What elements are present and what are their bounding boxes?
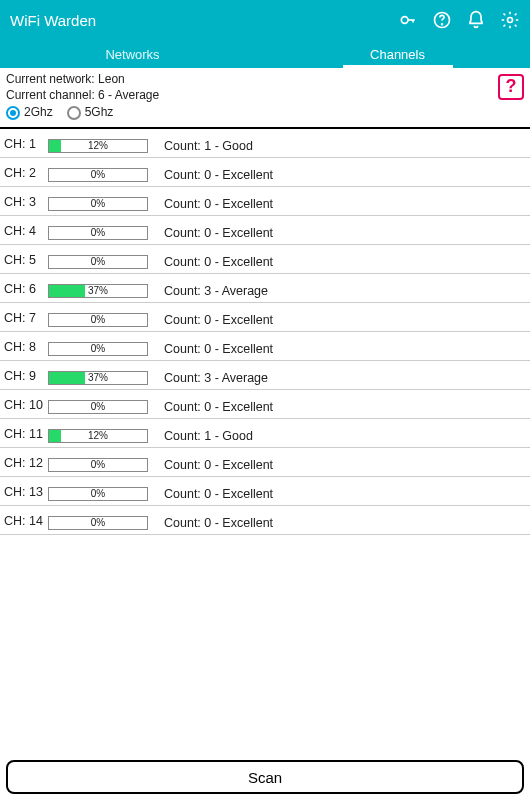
usage-percent-label: 0% bbox=[49, 517, 147, 529]
channel-count-label: Count: 0 - Excellent bbox=[156, 307, 528, 327]
channel-label: CH: 1 bbox=[4, 135, 48, 151]
channel-row[interactable]: CH: 140%Count: 0 - Excellent bbox=[0, 506, 530, 535]
usage-percent-label: 0% bbox=[49, 169, 147, 181]
usage-bar: 0% bbox=[48, 197, 148, 211]
channel-row[interactable]: CH: 100%Count: 0 - Excellent bbox=[0, 390, 530, 419]
usage-bar: 0% bbox=[48, 487, 148, 501]
usage-bar: 12% bbox=[48, 429, 148, 443]
usage-bar: 37% bbox=[48, 284, 148, 298]
channel-label: CH: 2 bbox=[4, 164, 48, 180]
help-icon[interactable] bbox=[432, 10, 452, 30]
channel-row[interactable]: CH: 80%Count: 0 - Excellent bbox=[0, 332, 530, 361]
channel-row[interactable]: CH: 112%Count: 1 - Good bbox=[0, 129, 530, 158]
channel-count-label: Count: 0 - Excellent bbox=[156, 510, 528, 530]
radio-2ghz-label: 2Ghz bbox=[24, 105, 53, 121]
channel-label: CH: 13 bbox=[4, 483, 48, 499]
channel-count-label: Count: 0 - Excellent bbox=[156, 394, 528, 414]
usage-bar: 0% bbox=[48, 255, 148, 269]
channel-count-label: Count: 1 - Good bbox=[156, 133, 528, 153]
usage-percent-label: 0% bbox=[49, 459, 147, 471]
channel-label: CH: 10 bbox=[4, 396, 48, 412]
channel-count-label: Count: 1 - Good bbox=[156, 423, 528, 443]
usage-percent-label: 0% bbox=[49, 198, 147, 210]
usage-percent-label: 37% bbox=[49, 372, 147, 384]
footer: Scan bbox=[0, 754, 530, 800]
tab-networks[interactable]: Networks bbox=[0, 47, 265, 68]
radio-unselected-icon bbox=[67, 106, 81, 120]
current-channel-label: Current channel: 6 - Average bbox=[6, 88, 524, 104]
usage-percent-label: 12% bbox=[49, 430, 147, 442]
bell-icon[interactable] bbox=[466, 10, 486, 30]
usage-bar: 0% bbox=[48, 313, 148, 327]
usage-percent-label: 0% bbox=[49, 314, 147, 326]
channel-row[interactable]: CH: 1112%Count: 1 - Good bbox=[0, 419, 530, 448]
channel-row[interactable]: CH: 30%Count: 0 - Excellent bbox=[0, 187, 530, 216]
info-panel: Current network: Leon Current channel: 6… bbox=[0, 68, 530, 129]
app-title: WiFi Warden bbox=[10, 12, 398, 29]
channel-label: CH: 8 bbox=[4, 338, 48, 354]
channel-row[interactable]: CH: 40%Count: 0 - Excellent bbox=[0, 216, 530, 245]
usage-percent-label: 0% bbox=[49, 227, 147, 239]
usage-bar: 0% bbox=[48, 226, 148, 240]
channel-row[interactable]: CH: 937%Count: 3 - Average bbox=[0, 361, 530, 390]
channel-list[interactable]: CH: 112%Count: 1 - GoodCH: 20%Count: 0 -… bbox=[0, 129, 530, 754]
usage-bar: 12% bbox=[48, 139, 148, 153]
usage-percent-label: 0% bbox=[49, 256, 147, 268]
usage-percent-label: 0% bbox=[49, 401, 147, 413]
channel-count-label: Count: 0 - Excellent bbox=[156, 481, 528, 501]
help-button[interactable]: ? bbox=[498, 74, 524, 100]
tab-bar: Networks Channels bbox=[0, 40, 530, 68]
settings-icon[interactable] bbox=[500, 10, 520, 30]
radio-5ghz-label: 5Ghz bbox=[85, 105, 114, 121]
channel-count-label: Count: 0 - Excellent bbox=[156, 220, 528, 240]
usage-bar: 0% bbox=[48, 516, 148, 530]
channel-count-label: Count: 0 - Excellent bbox=[156, 336, 528, 356]
usage-percent-label: 12% bbox=[49, 140, 147, 152]
current-network-label: Current network: Leon bbox=[6, 72, 524, 88]
channel-row[interactable]: CH: 120%Count: 0 - Excellent bbox=[0, 448, 530, 477]
channel-row[interactable]: CH: 50%Count: 0 - Excellent bbox=[0, 245, 530, 274]
svg-point-4 bbox=[442, 24, 443, 25]
usage-bar: 0% bbox=[48, 458, 148, 472]
channel-row[interactable]: CH: 637%Count: 3 - Average bbox=[0, 274, 530, 303]
radio-selected-icon bbox=[6, 106, 20, 120]
svg-point-0 bbox=[401, 17, 408, 24]
radio-2ghz[interactable]: 2Ghz bbox=[6, 105, 53, 121]
usage-percent-label: 0% bbox=[49, 343, 147, 355]
channel-row[interactable]: CH: 130%Count: 0 - Excellent bbox=[0, 477, 530, 506]
channel-label: CH: 11 bbox=[4, 425, 48, 441]
usage-bar: 0% bbox=[48, 400, 148, 414]
radio-5ghz[interactable]: 5Ghz bbox=[67, 105, 114, 121]
key-icon[interactable] bbox=[398, 10, 418, 30]
usage-bar: 37% bbox=[48, 371, 148, 385]
channel-label: CH: 14 bbox=[4, 512, 48, 528]
tab-channels[interactable]: Channels bbox=[265, 47, 530, 68]
usage-percent-label: 0% bbox=[49, 488, 147, 500]
channel-row[interactable]: CH: 20%Count: 0 - Excellent bbox=[0, 158, 530, 187]
channel-label: CH: 7 bbox=[4, 309, 48, 325]
app-header: WiFi Warden Networks Channels bbox=[0, 0, 530, 68]
channel-count-label: Count: 0 - Excellent bbox=[156, 249, 528, 269]
channel-count-label: Count: 0 - Excellent bbox=[156, 452, 528, 472]
scan-button[interactable]: Scan bbox=[6, 760, 524, 794]
channel-label: CH: 12 bbox=[4, 454, 48, 470]
channel-label: CH: 4 bbox=[4, 222, 48, 238]
channel-label: CH: 3 bbox=[4, 193, 48, 209]
usage-percent-label: 37% bbox=[49, 285, 147, 297]
channel-count-label: Count: 3 - Average bbox=[156, 365, 528, 385]
usage-bar: 0% bbox=[48, 168, 148, 182]
channel-row[interactable]: CH: 70%Count: 0 - Excellent bbox=[0, 303, 530, 332]
usage-bar: 0% bbox=[48, 342, 148, 356]
channel-label: CH: 9 bbox=[4, 367, 48, 383]
channel-count-label: Count: 3 - Average bbox=[156, 278, 528, 298]
svg-point-5 bbox=[508, 18, 513, 23]
channel-label: CH: 6 bbox=[4, 280, 48, 296]
channel-count-label: Count: 0 - Excellent bbox=[156, 162, 528, 182]
channel-count-label: Count: 0 - Excellent bbox=[156, 191, 528, 211]
channel-label: CH: 5 bbox=[4, 251, 48, 267]
